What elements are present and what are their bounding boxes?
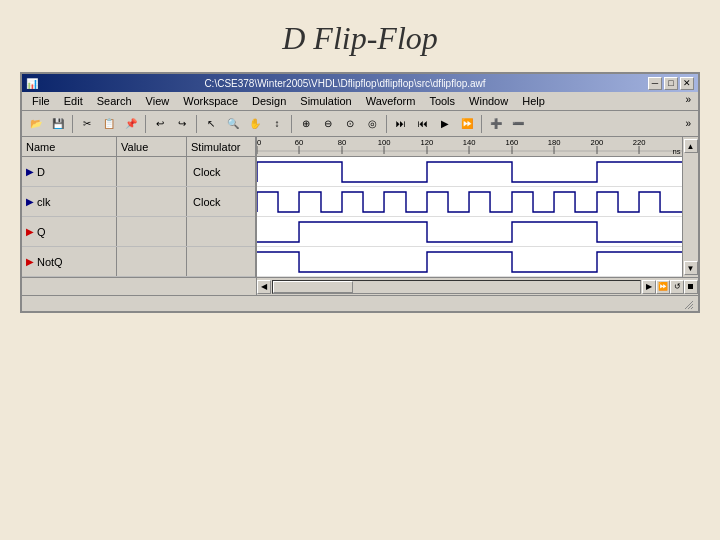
toolbar-hand-btn[interactable]: ✋ [245,114,265,134]
toolbar-next-btn[interactable]: ▶ [435,114,455,134]
time-header: 40 60 80 100 120 140 160 [257,137,682,157]
maximize-button[interactable]: □ [664,77,678,90]
status-bar [22,295,698,311]
signal-stim-NotQ [187,247,255,276]
menu-view[interactable]: View [140,94,176,108]
signal-arrow-NotQ: ▶ [26,256,34,267]
svg-line-24 [691,307,693,309]
waveform-area: Name Value Stimulator ▶D Clock ▶clk Cloc… [22,137,698,277]
toolbar-open-btn[interactable]: 📂 [26,114,46,134]
svg-text:140: 140 [463,138,476,147]
svg-text:200: 200 [591,138,604,147]
waveform-main: 40 60 80 100 120 140 160 [257,137,682,277]
application-window: 📊 C:\CSE378\Winter2005\VHDL\Dflipflop\df… [20,72,700,313]
signal-name-D: ▶D [22,157,117,186]
toolbar-zoomout-btn[interactable]: ⊖ [318,114,338,134]
hscroll-right-btn[interactable]: ▶ [642,280,656,294]
signal-row-NotQ: ▶NotQ [22,247,255,277]
col-value-header: Value [117,137,187,156]
column-headers: Name Value Stimulator [22,137,255,157]
hscroll-left-btn[interactable]: ◀ [257,280,271,294]
toolbar-paste-btn[interactable]: 📌 [121,114,141,134]
hscroll-track[interactable] [272,280,641,294]
page-title: D Flip-Flop [282,20,438,57]
left-panel: Name Value Stimulator ▶D Clock ▶clk Cloc… [22,137,257,277]
signal-arrow-clk: ▶ [26,196,34,207]
svg-text:180: 180 [548,138,561,147]
signal-name-Q: ▶Q [22,217,117,246]
toolbar-mark-btn[interactable]: ↕ [267,114,287,134]
toolbar-zoomfit-btn[interactable]: ⊙ [340,114,360,134]
hscroll-extra-btn[interactable]: ⏹ [684,280,698,294]
toolbar-expand[interactable]: » [682,118,694,129]
waveform-with-vscroll: 40 60 80 100 120 140 160 [257,137,698,277]
hscroll-thumb[interactable] [273,281,353,293]
toolbar-redo-btn[interactable]: ↪ [172,114,192,134]
hscroll-play-btn[interactable]: ↺ [670,280,684,294]
signal-arrow-D: ▶ [26,166,34,177]
menu-expand[interactable]: » [682,94,694,108]
scrollbar-area: ◀ ▶ ⏩ ↺ ⏹ [22,277,698,295]
window-icon: 📊 [26,78,38,89]
menu-edit[interactable]: Edit [58,94,89,108]
toolbar-zoomall-btn[interactable]: ◎ [362,114,382,134]
vertical-scrollbar[interactable]: ▲ ▼ [682,137,698,277]
close-button[interactable]: ✕ [680,77,694,90]
toolbar-zoom-btn[interactable]: 🔍 [223,114,243,134]
toolbar-end-btn[interactable]: ⏩ [457,114,477,134]
title-bar-buttons: ─ □ ✕ [648,77,694,90]
menu-file[interactable]: File [26,94,56,108]
menu-waveform[interactable]: Waveform [360,94,422,108]
title-bar-text: C:\CSE378\Winter2005\VHDL\Dflipflop\dfli… [204,78,485,89]
scroll-down-btn[interactable]: ▼ [684,261,698,275]
signal-name-NotQ: ▶NotQ [22,247,117,276]
toolbar-add-btn[interactable]: ➕ [486,114,506,134]
signal-stim-D: Clock [187,157,255,186]
waveform-row-Q [257,217,682,247]
menu-window[interactable]: Window [463,94,514,108]
menu-bar: File Edit Search View Workspace Design S… [22,92,698,111]
signal-row-D: ▶D Clock [22,157,255,187]
toolbar-save-btn[interactable]: 💾 [48,114,68,134]
toolbar-cut-btn[interactable]: ✂ [77,114,97,134]
svg-text:40: 40 [257,138,262,147]
menu-tools[interactable]: Tools [423,94,461,108]
toolbar-zoomin-btn[interactable]: ⊕ [296,114,316,134]
hscroll-end-btn[interactable]: ⏩ [656,280,670,294]
minimize-button[interactable]: ─ [648,77,662,90]
toolbar-cursor-btn[interactable]: ↖ [201,114,221,134]
waveform-row-D [257,157,682,187]
waveform-rows [257,157,682,277]
svg-text:80: 80 [338,138,347,147]
svg-text:160: 160 [506,138,519,147]
signal-stim-Q [187,217,255,246]
signal-row-Q: ▶Q [22,217,255,247]
svg-text:220: 220 [633,138,646,147]
toolbar-step-btn[interactable]: ⏭ [391,114,411,134]
resize-grip-icon [682,298,694,310]
svg-text:60: 60 [295,138,304,147]
toolbar: 📂 💾 ✂ 📋 📌 ↩ ↪ ↖ 🔍 ✋ ↕ ⊕ ⊖ ⊙ ◎ ⏭ ⏮ ▶ ⏩ ➕ … [22,111,698,137]
menu-design[interactable]: Design [246,94,292,108]
waveform-row-NotQ [257,247,682,277]
svg-text:ns: ns [672,147,680,156]
signal-value-NotQ [117,247,187,276]
vscroll-track [685,153,697,261]
signal-name-clk: ▶clk [22,187,117,216]
signal-arrow-Q: ▶ [26,226,34,237]
svg-text:100: 100 [378,138,391,147]
scroll-up-btn[interactable]: ▲ [684,139,698,153]
waveform-row-clk [257,187,682,217]
toolbar-undo-btn[interactable]: ↩ [150,114,170,134]
signal-row-clk: ▶clk Clock [22,187,255,217]
menu-help[interactable]: Help [516,94,551,108]
title-bar: 📊 C:\CSE378\Winter2005\VHDL\Dflipflop\df… [22,74,698,92]
menu-simulation[interactable]: Simulation [294,94,357,108]
menu-search[interactable]: Search [91,94,138,108]
signal-value-D [117,157,187,186]
menu-workspace[interactable]: Workspace [177,94,244,108]
toolbar-prev-btn[interactable]: ⏮ [413,114,433,134]
toolbar-del-btn[interactable]: ➖ [508,114,528,134]
toolbar-copy-btn[interactable]: 📋 [99,114,119,134]
col-name-header: Name [22,137,117,156]
